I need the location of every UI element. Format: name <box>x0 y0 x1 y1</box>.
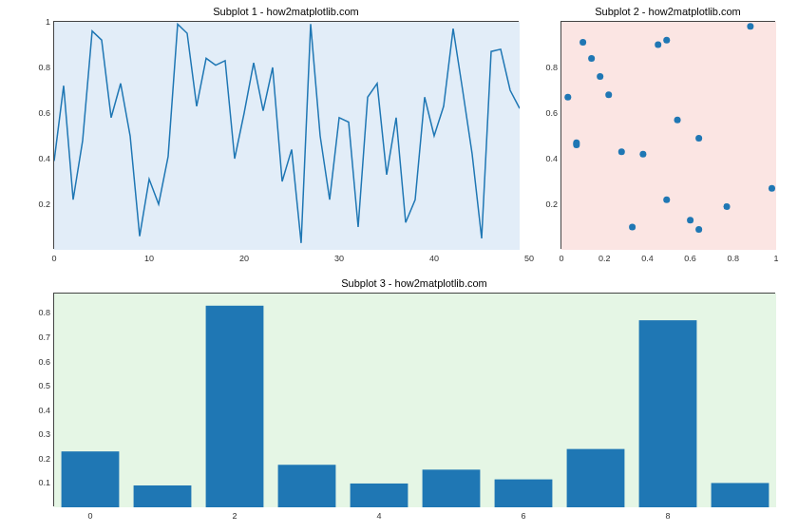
subplot-1: Subplot 1 - how2matplotlib.com 010203040… <box>53 21 519 249</box>
bar-chart <box>54 294 776 507</box>
x-tick-label: 40 <box>429 254 439 263</box>
bar <box>639 320 697 507</box>
y-tick-label: 0.5 <box>24 381 50 390</box>
scatter-point <box>605 91 612 98</box>
y-tick-label: 0.2 <box>24 454 50 464</box>
x-tick-label: 0 <box>51 254 56 263</box>
scatter-point <box>663 197 670 203</box>
scatter-point <box>629 224 636 231</box>
x-tick-label: 0 <box>559 254 563 263</box>
y-tick-label: 0.7 <box>24 332 50 342</box>
y-tick-label: 0.4 <box>24 154 50 163</box>
x-tick-label: 0.8 <box>728 254 740 263</box>
subplot-3-plot-area: 024680.10.20.30.40.50.60.70.8 <box>53 293 775 506</box>
scatter-point <box>695 135 702 142</box>
x-tick-label: 10 <box>144 254 154 263</box>
x-tick-label: 0.2 <box>598 254 611 263</box>
scatter-point <box>747 23 753 29</box>
bar <box>62 451 120 507</box>
scatter-point <box>564 94 571 101</box>
y-tick-label: 0.6 <box>531 108 558 118</box>
subplot-3-title: Subplot 3 - how2matplotlib.com <box>53 277 775 289</box>
y-tick-label: 0.3 <box>24 429 50 439</box>
x-tick-label: 4 <box>376 511 381 521</box>
x-tick-label: 0.4 <box>641 254 654 263</box>
subplot-2-title: Subplot 2 - how2matplotlib.com <box>560 6 775 17</box>
y-tick-label: 0.4 <box>531 154 558 163</box>
scatter-point <box>573 140 580 146</box>
x-tick-label: 0.6 <box>684 254 696 263</box>
y-tick-label: 0.8 <box>24 308 50 317</box>
bar <box>278 465 336 507</box>
bar <box>423 469 481 507</box>
scatter-chart <box>561 22 776 250</box>
subplot-3: Subplot 3 - how2matplotlib.com 024680.10… <box>53 293 775 506</box>
scatter-point <box>663 37 670 44</box>
subplot-1-plot-area: 010203040500.20.40.60.81 <box>53 21 519 249</box>
scatter-point <box>769 185 775 192</box>
x-tick-label: 0 <box>87 511 92 521</box>
y-tick-label: 0.8 <box>24 63 50 72</box>
subplot-2-plot-area: 00.20.40.60.810.20.40.60.8 <box>560 21 775 249</box>
y-tick-label: 0.2 <box>531 200 558 209</box>
x-tick-label: 8 <box>665 511 670 521</box>
scatter-point <box>618 148 625 155</box>
y-tick-label: 1 <box>24 17 50 27</box>
bar <box>495 480 553 507</box>
x-tick-label: 20 <box>239 254 249 263</box>
line-series <box>54 24 520 242</box>
x-tick-label: 2 <box>232 511 237 521</box>
x-tick-label: 50 <box>524 254 534 263</box>
bar <box>567 449 625 507</box>
scatter-point <box>695 226 702 233</box>
line-chart <box>54 22 520 250</box>
bar <box>712 483 770 507</box>
y-tick-label: 0.6 <box>24 108 50 118</box>
y-tick-label: 0.8 <box>531 63 558 72</box>
scatter-point <box>639 151 646 158</box>
x-tick-label: 6 <box>521 511 525 521</box>
scatter-point <box>687 217 694 223</box>
scatter-point <box>597 73 603 80</box>
bar <box>351 484 408 507</box>
x-tick-label: 1 <box>773 254 778 263</box>
y-tick-label: 0.2 <box>24 200 50 209</box>
y-tick-label: 0.4 <box>24 406 50 415</box>
scatter-point <box>724 203 731 210</box>
subplot-1-title: Subplot 1 - how2matplotlib.com <box>53 6 519 17</box>
scatter-point <box>588 55 595 62</box>
scatter-point <box>580 39 586 46</box>
y-tick-label: 0.6 <box>24 357 50 367</box>
y-tick-label: 0.1 <box>24 478 50 487</box>
bar <box>206 306 264 507</box>
x-tick-label: 30 <box>334 254 344 263</box>
scatter-point <box>674 117 681 124</box>
subplot-2: Subplot 2 - how2matplotlib.com 00.20.40.… <box>560 21 775 249</box>
bar <box>134 485 192 507</box>
scatter-point <box>655 42 661 48</box>
